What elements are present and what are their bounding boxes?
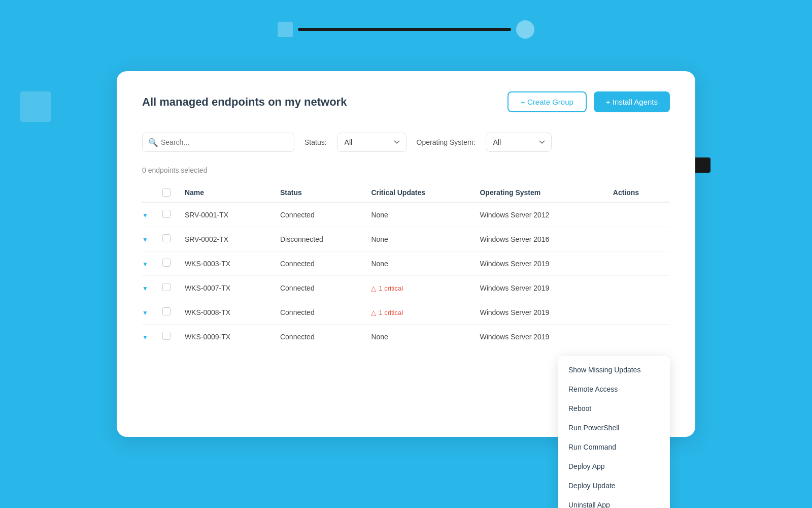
row-os: Windows Server 2019 [472,300,605,325]
table-header-row: Name Status Critical Updates Operating S… [142,183,670,202]
warning-icon: △ [371,309,376,316]
row-status: Disconnected [273,227,364,251]
row-checkbox-cell [155,202,178,227]
search-icon: 🔍 [148,138,158,147]
context-menu: Show Missing Updates Remote Access Reboo… [558,356,670,508]
row-expand-chevron[interactable]: ▼ [142,285,148,292]
row-critical-updates: None [364,325,472,349]
table-row: ▼ SRV-0002-TX Disconnected None Windows … [142,227,670,251]
table-row: ▼ WKS-0003-TX Connected None Windows Ser… [142,251,670,276]
row-checkbox-cell [155,251,178,276]
header-actions: + Create Group + Install Agents [507,91,670,112]
menu-item-deploy-update[interactable]: Deploy Update [558,476,670,495]
row-checkbox-cell [155,325,178,349]
menu-item-uninstall-app[interactable]: Uninstall App [558,495,670,508]
menu-item-show-missing-updates[interactable]: Show Missing Updates [558,360,670,379]
table-row: ▼ WKS-0008-TX Connected △1 critical Wind… [142,300,670,325]
row-actions [606,251,670,276]
row-actions [606,227,670,251]
selection-info: 0 endpoints selected [142,166,670,174]
main-card: All managed endpoints on my network + Cr… [117,71,695,437]
th-operating-system: Operating System [472,183,605,202]
search-wrapper: 🔍 [142,133,294,152]
create-group-button[interactable]: + Create Group [507,91,587,112]
row-expand-chevron[interactable]: ▼ [142,334,148,341]
row-name: SRV-0002-TX [178,227,273,251]
row-os: Windows Server 2019 [472,276,605,300]
table-body: ▼ SRV-0001-TX Connected None Windows Ser… [142,202,670,348]
install-agents-button[interactable]: + Install Agents [594,91,670,112]
page-title: All managed endpoints on my network [142,96,347,109]
menu-item-deploy-app[interactable]: Deploy App [558,457,670,476]
top-circle [516,20,534,39]
row-name: WKS-0007-TX [178,276,273,300]
th-checkbox [155,183,178,202]
row-checkbox[interactable] [162,234,171,242]
status-filter-label: Status: [304,138,327,146]
bg-decoration-1 [20,91,51,122]
table-wrapper: Name Status Critical Updates Operating S… [142,183,670,348]
menu-item-run-powershell[interactable]: Run PowerShell [558,418,670,437]
row-checkbox-cell [155,300,178,325]
table-row: ▼ WKS-0009-TX Connected None Windows Ser… [142,325,670,349]
row-chevron-cell: ▼ [142,202,155,227]
status-filter-select[interactable]: All Connected Disconnected [337,133,407,152]
th-critical-updates: Critical Updates [364,183,472,202]
row-checkbox[interactable] [162,307,171,315]
row-critical-updates: None [364,227,472,251]
warning-icon: △ [371,284,376,292]
search-input[interactable] [142,133,294,152]
row-status: Connected [273,202,364,227]
table-row: ▼ SRV-0001-TX Connected None Windows Ser… [142,202,670,227]
row-checkbox[interactable] [162,283,171,291]
row-checkbox[interactable] [162,259,171,267]
top-line [298,28,511,31]
row-name: WKS-0009-TX [178,325,273,349]
menu-item-run-command[interactable]: Run Command [558,437,670,457]
th-chevron [142,183,155,202]
menu-item-reboot[interactable]: Reboot [558,399,670,418]
row-critical-updates: None [364,202,472,227]
top-square [278,22,293,37]
top-decoration [278,20,534,39]
row-expand-chevron[interactable]: ▼ [142,236,148,243]
row-actions [606,325,670,349]
row-status: Connected [273,276,364,300]
row-checkbox-cell [155,276,178,300]
menu-item-remote-access[interactable]: Remote Access [558,379,670,399]
row-actions [606,300,670,325]
endpoints-table: Name Status Critical Updates Operating S… [142,183,670,348]
row-critical-updates: △1 critical [364,276,472,300]
row-checkbox-cell [155,227,178,251]
table-row: ▼ WKS-0007-TX Connected △1 critical Wind… [142,276,670,300]
row-status: Connected [273,251,364,276]
row-actions [606,202,670,227]
row-actions [606,276,670,300]
row-critical-updates: None [364,251,472,276]
th-actions: Actions [606,183,670,202]
filters-row: 🔍 Status: All Connected Disconnected Ope… [142,133,670,152]
row-expand-chevron[interactable]: ▼ [142,309,148,316]
th-status: Status [273,183,364,202]
row-name: WKS-0003-TX [178,251,273,276]
row-expand-chevron[interactable]: ▼ [142,212,148,219]
row-name: SRV-0001-TX [178,202,273,227]
row-expand-chevron[interactable]: ▼ [142,261,148,268]
row-checkbox[interactable] [162,210,171,218]
critical-badge: △1 critical [371,284,403,292]
critical-badge: △1 critical [371,309,403,316]
row-os: Windows Server 2019 [472,325,605,349]
card-header: All managed endpoints on my network + Cr… [142,91,670,112]
row-checkbox[interactable] [162,332,171,340]
row-os: Windows Server 2019 [472,251,605,276]
row-os: Windows Server 2016 [472,227,605,251]
os-filter-select[interactable]: All Windows Linux macOS [486,133,552,152]
row-chevron-cell: ▼ [142,300,155,325]
row-name: WKS-0008-TX [178,300,273,325]
row-chevron-cell: ▼ [142,276,155,300]
row-os: Windows Server 2012 [472,202,605,227]
row-chevron-cell: ▼ [142,325,155,349]
select-all-checkbox[interactable] [162,188,171,197]
row-status: Connected [273,300,364,325]
row-status: Connected [273,325,364,349]
